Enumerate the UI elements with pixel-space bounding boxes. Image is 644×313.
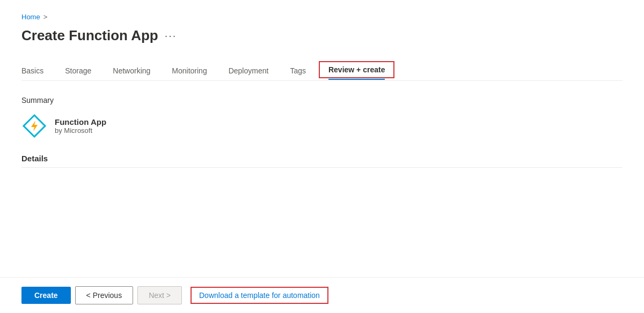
tab-monitoring[interactable]: Monitoring [161, 61, 217, 80]
tab-tags[interactable]: Tags [279, 61, 317, 80]
tab-deployment[interactable]: Deployment [218, 61, 280, 80]
function-app-name: Function App [55, 117, 106, 126]
function-app-info: Function App by Microsoft [55, 117, 106, 135]
breadcrumb-home-link[interactable]: Home [21, 13, 40, 21]
function-app-publisher: by Microsoft [55, 126, 106, 135]
breadcrumb-separator: > [43, 13, 48, 21]
footer-bar: Create < Previous Next > Download a temp… [0, 277, 644, 313]
tab-review-create[interactable]: Review + create [319, 61, 394, 78]
next-button: Next > [137, 286, 182, 304]
breadcrumb: Home > [21, 13, 623, 21]
create-button[interactable]: Create [21, 287, 71, 304]
more-options-button[interactable]: ··· [165, 29, 177, 42]
previous-button[interactable]: < Previous [75, 286, 134, 304]
tab-storage[interactable]: Storage [54, 61, 102, 80]
tab-networking[interactable]: Networking [102, 61, 161, 80]
page-title: Create Function App [21, 27, 158, 44]
tab-basics[interactable]: Basics [21, 61, 54, 80]
page-container: Home > Create Function App ··· Basics St… [0, 0, 644, 313]
function-app-icon [21, 113, 47, 139]
summary-label: Summary [21, 96, 623, 105]
summary-section: Summary Function App by Microsoft [21, 96, 623, 139]
page-header: Create Function App ··· [21, 27, 623, 44]
function-app-card: Function App by Microsoft [21, 113, 623, 139]
tabs-container: Basics Storage Networking Monitoring Dep… [21, 61, 623, 81]
details-label: Details [21, 154, 623, 168]
download-template-link[interactable]: Download a template for automation [191, 287, 328, 304]
